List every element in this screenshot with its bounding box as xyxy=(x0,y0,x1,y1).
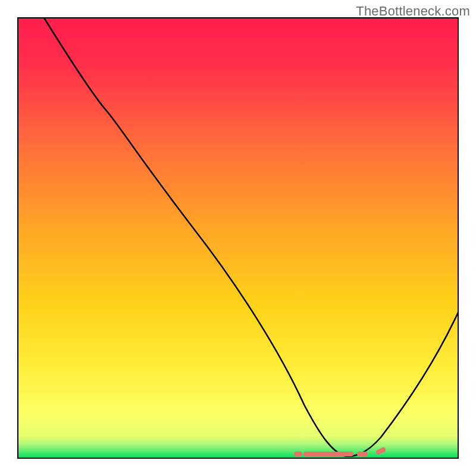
bottleneck-chart xyxy=(0,0,476,476)
svg-line-3 xyxy=(378,450,383,452)
watermark-text: TheBottleneck.com xyxy=(356,4,470,19)
plot-area xyxy=(18,18,458,458)
gradient-background xyxy=(18,18,458,458)
